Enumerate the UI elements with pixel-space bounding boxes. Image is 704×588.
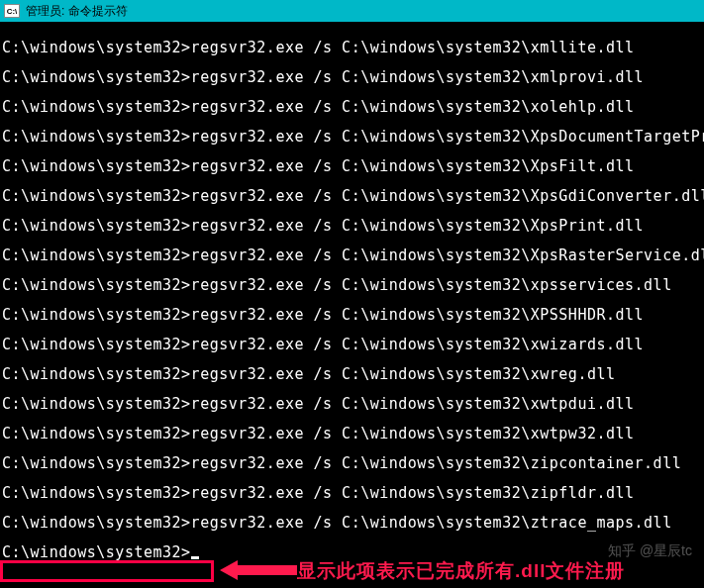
command-line: C:\windows\system32>regsvr32.exe /s C:\w… <box>2 308 702 323</box>
command-line: C:\windows\system32>regsvr32.exe /s C:\w… <box>2 41 702 55</box>
command-line: C:\windows\system32>regsvr32.exe /s C:\w… <box>2 427 702 441</box>
terminal-output[interactable]: C:\windows\system32>regsvr32.exe /s C:\w… <box>0 22 704 564</box>
command-line: C:\windows\system32>regsvr32.exe /s C:\w… <box>2 367 702 382</box>
cursor <box>191 556 199 559</box>
command-line: C:\windows\system32>regsvr32.exe /s C:\w… <box>2 159 702 174</box>
command-line: C:\windows\system32>regsvr32.exe /s C:\w… <box>2 338 702 352</box>
command-line: C:\windows\system32>regsvr32.exe /s C:\w… <box>2 486 702 501</box>
command-line: C:\windows\system32>regsvr32.exe /s C:\w… <box>2 456 702 471</box>
command-line: C:\windows\system32>regsvr32.exe /s C:\w… <box>2 100 702 115</box>
prompt-line: C:\windows\system32> <box>2 545 702 560</box>
window-titlebar[interactable]: C:\ 管理员: 命令提示符 <box>0 0 704 22</box>
command-line: C:\windows\system32>regsvr32.exe /s C:\w… <box>2 278 702 293</box>
command-line: C:\windows\system32>regsvr32.exe /s C:\w… <box>2 130 702 145</box>
command-line: C:\windows\system32>regsvr32.exe /s C:\w… <box>2 189 702 204</box>
window-title: 管理员: 命令提示符 <box>26 3 128 20</box>
command-line: C:\windows\system32>regsvr32.exe /s C:\w… <box>2 70 702 85</box>
cmd-icon: C:\ <box>4 4 20 18</box>
command-line: C:\windows\system32>regsvr32.exe /s C:\w… <box>2 219 702 234</box>
command-line: C:\windows\system32>regsvr32.exe /s C:\w… <box>2 397 702 412</box>
command-line: C:\windows\system32>regsvr32.exe /s C:\w… <box>2 516 702 531</box>
command-line: C:\windows\system32>regsvr32.exe /s C:\w… <box>2 248 702 263</box>
